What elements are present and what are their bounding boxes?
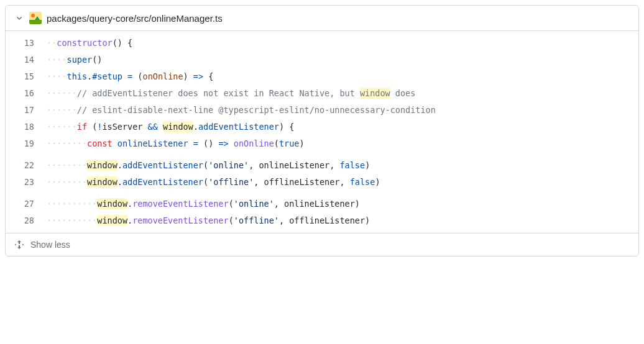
file-header: packages/query-core/src/onlineManager.ts	[6, 6, 638, 31]
code-line: 28··········window.removeEventListener('…	[6, 212, 638, 229]
line-number[interactable]: 28	[6, 212, 47, 229]
line-number[interactable]: 23	[6, 174, 47, 191]
line-number[interactable]: 15	[6, 68, 47, 85]
code-line: 17······// eslint-disable-next-line @typ…	[6, 102, 638, 119]
code-content: ··constructor() {	[47, 35, 638, 52]
line-number[interactable]: 13	[6, 35, 47, 52]
code-line: 27··········window.removeEventListener('…	[6, 196, 638, 212]
show-less-button[interactable]: Show less	[30, 240, 70, 250]
line-number[interactable]: 22	[6, 157, 47, 174]
code-line: 13··constructor() {	[6, 35, 638, 52]
svg-point-2	[31, 14, 35, 17]
code-line: 23········window.addEventListener('offli…	[6, 174, 638, 191]
code-block: 13··constructor() {14····super()15····th…	[6, 31, 638, 233]
code-line: 18······if (!isServer && window.addEvent…	[6, 119, 638, 135]
line-number[interactable]: 19	[6, 135, 47, 152]
code-content: ········const onlineListener = () => onO…	[47, 135, 638, 152]
svg-rect-1	[29, 20, 42, 24]
code-content: ··········window.removeEventListener('of…	[47, 212, 638, 229]
line-number[interactable]: 17	[6, 102, 47, 119]
file-footer: Show less	[6, 233, 638, 256]
code-content: ········window.addEventListener('offline…	[47, 174, 638, 191]
svg-point-3	[15, 244, 16, 245]
code-content: ······// addEventListener does not exist…	[47, 85, 638, 102]
code-line: 14····super()	[6, 52, 638, 68]
line-number[interactable]: 14	[6, 52, 47, 68]
code-content: ······if (!isServer && window.addEventLi…	[47, 119, 638, 135]
code-line: 16······// addEventListener does not exi…	[6, 85, 638, 102]
collapse-icon[interactable]	[14, 240, 24, 250]
code-content: ····this.#setup = (onOnline) => {	[47, 68, 638, 85]
file-type-icon	[29, 12, 42, 24]
code-line: 22········window.addEventListener('onlin…	[6, 157, 638, 174]
code-content: ········window.addEventListener('online'…	[47, 157, 638, 174]
file-path[interactable]: packages/query-core/src/onlineManager.ts	[47, 13, 223, 24]
code-content: ······// eslint-disable-next-line @types…	[47, 102, 638, 119]
line-number[interactable]: 18	[6, 119, 47, 135]
code-line: 15····this.#setup = (onOnline) => {	[6, 68, 638, 85]
chevron-down-icon[interactable]	[14, 13, 24, 23]
line-number[interactable]: 16	[6, 85, 47, 102]
code-content: ····super()	[47, 52, 638, 68]
svg-point-4	[22, 244, 24, 245]
code-line: 19········const onlineListener = () => o…	[6, 135, 638, 152]
code-content: ··········window.removeEventListener('on…	[47, 196, 638, 212]
file-result: packages/query-core/src/onlineManager.ts…	[5, 5, 639, 256]
line-number[interactable]: 27	[6, 196, 47, 212]
